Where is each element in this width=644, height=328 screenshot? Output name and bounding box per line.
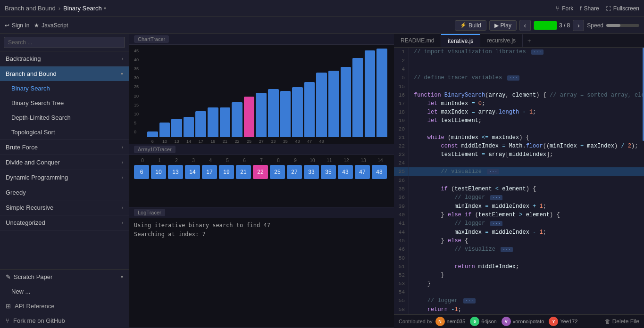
editor-footer: Contributed by Nnem035664jsonVvoronoipot… bbox=[394, 314, 644, 328]
sidebar-item-binary-search-tree[interactable]: Binary Search Tree bbox=[0, 96, 129, 110]
speed-label: Speed bbox=[587, 22, 603, 29]
breadcrumb: Branch and Bound › Binary Search ▾ bbox=[5, 5, 106, 12]
sidebar-item-topological-sort[interactable]: Topological Sort bbox=[0, 125, 129, 139]
array-cell-4: 17 bbox=[202, 165, 217, 179]
build-button[interactable]: ⚡ Build bbox=[455, 20, 486, 31]
chart-bar-6 bbox=[220, 107, 231, 137]
share-button[interactable]: f Share bbox=[580, 5, 599, 12]
contributor-64json: 664json bbox=[470, 317, 496, 326]
breadcrumb-separator: › bbox=[59, 5, 60, 12]
code-line-54: 54 bbox=[394, 288, 644, 296]
code-editor[interactable]: 1// import visualization libraries ···24… bbox=[394, 48, 644, 314]
code-line-39: 39 minIndex = middleIndex + 1; bbox=[394, 202, 644, 211]
code-line-40: 40 } else if (testElement > element) { bbox=[394, 211, 644, 219]
array-cell-2: 13 bbox=[168, 165, 183, 179]
javascript-badge[interactable]: ★ JavaScript bbox=[34, 22, 68, 29]
chart-bar-5 bbox=[208, 107, 218, 137]
api-icon: ⊞ bbox=[6, 303, 11, 310]
code-line-19: 19 let testElement; bbox=[394, 116, 644, 125]
search-input[interactable] bbox=[4, 37, 125, 48]
code-line-55: 55 // logger ··· bbox=[394, 296, 644, 305]
sidebar-item-scratch-paper[interactable]: ✎ Scratch Paper ▾ bbox=[0, 270, 129, 284]
code-line-59: 59} bbox=[394, 314, 644, 314]
chevron-right-icon-dp: › bbox=[122, 175, 123, 180]
chart-bar-3 bbox=[184, 117, 194, 137]
sidebar-item-binary-search[interactable]: Binary Search bbox=[0, 81, 129, 96]
progress-bar bbox=[534, 21, 557, 30]
chart-bar-18 bbox=[365, 50, 376, 137]
log-tracer-header: LogTracer bbox=[129, 207, 394, 218]
code-line-53: 53 } bbox=[394, 279, 644, 288]
sidebar-item-new[interactable]: New ... bbox=[0, 284, 129, 299]
chevron-right-icon-sr: › bbox=[122, 205, 123, 210]
sidebar-item-divide-and-conquer[interactable]: Divide and Conquer › bbox=[0, 155, 129, 170]
array-cell-6: 21 bbox=[236, 165, 251, 179]
prev-button[interactable]: ‹ bbox=[519, 20, 531, 31]
sidebar-item-api-reference[interactable]: ⊞ API Reference bbox=[0, 299, 129, 313]
array-tracer-panel: Array1DTracer 01234567891011121314 61013… bbox=[129, 144, 394, 207]
sidebar-item-depth-limited-search[interactable]: Depth-Limited Search bbox=[0, 110, 129, 125]
tab-readme[interactable]: README.md bbox=[394, 34, 441, 47]
play-button[interactable]: ▶ Play bbox=[489, 20, 517, 31]
add-tab-button[interactable]: + bbox=[523, 34, 536, 47]
code-line-50: 50 bbox=[394, 254, 644, 262]
sidebar-item-backtracking[interactable]: Backtracking › bbox=[0, 51, 129, 66]
github-icon: ⑂ bbox=[6, 317, 9, 324]
editor-wrapper: 1// import visualization libraries ···24… bbox=[394, 48, 644, 314]
tab-recursive[interactable]: recursive.js bbox=[480, 34, 523, 47]
tab-iterative[interactable]: iterative.js bbox=[441, 34, 480, 47]
sidebar-item-dynamic-programming[interactable]: Dynamic Programming › bbox=[0, 170, 129, 185]
sidebar-item-brute-force[interactable]: Brute Force › bbox=[0, 140, 129, 155]
sidebar-section-greedy: Greedy bbox=[0, 185, 129, 200]
code-line-1: 1// import visualization libraries ··· bbox=[394, 48, 644, 57]
fullscreen-icon: ⛶ bbox=[606, 6, 611, 11]
sidebar-item-uncategorized[interactable]: Uncategorized › bbox=[0, 215, 129, 230]
delete-file-button[interactable]: 🗑 Delete File bbox=[605, 318, 639, 325]
sidebar-item-branch-and-bound[interactable]: Branch and Bound ▾ bbox=[0, 66, 129, 81]
secondbar: ↩ Sign In ★ JavaScript ⚡ Build ▶ Play ‹ … bbox=[0, 17, 644, 34]
chevron-right-icon-uc: › bbox=[122, 220, 123, 225]
log-line-2: Searching at index: 7 bbox=[134, 230, 389, 239]
breadcrumb-chevron-icon: ▾ bbox=[104, 6, 106, 11]
sidebar-section-brute-force: Brute Force › bbox=[0, 140, 129, 155]
signin-button[interactable]: ↩ Sign In bbox=[5, 22, 29, 29]
chart-bar-10 bbox=[268, 89, 279, 137]
sidebar-item-fork-me[interactable]: ⑂ Fork me on GitHub bbox=[0, 313, 129, 328]
array-cell-11: 35 bbox=[321, 165, 336, 179]
speed-bar-fill bbox=[606, 24, 620, 27]
code-line-22: 22 const middleIndex = Math.floor((minIn… bbox=[394, 142, 644, 150]
code-line-52: 52 } bbox=[394, 271, 644, 279]
log-tracer-panel: LogTracer Using iterative binary search … bbox=[129, 207, 394, 328]
log-tracer-title: LogTracer bbox=[134, 209, 165, 216]
chevron-down-icon: ▾ bbox=[121, 71, 123, 76]
code-line-16: 16function BinarySearch(array, element) … bbox=[394, 91, 644, 99]
chart-bar-13 bbox=[304, 82, 315, 138]
array-tracer-header: Array1DTracer bbox=[129, 144, 394, 155]
fork-icon: ⑂ bbox=[556, 5, 560, 12]
contributor-nem035: Nnem035 bbox=[435, 317, 466, 326]
code-line-45: 45 } else { bbox=[394, 237, 644, 245]
code-line-23: 23 testElement = array[middleIndex]; bbox=[394, 150, 644, 159]
next-button[interactable]: › bbox=[573, 20, 584, 31]
breadcrumb-parent[interactable]: Branch and Bound bbox=[5, 5, 56, 12]
avatar-64json: 6 bbox=[470, 317, 479, 326]
chart-tracer-panel: ChartTracer 45 40 35 30 25 20 15 10 5 0 bbox=[129, 34, 394, 144]
speed-slider[interactable] bbox=[606, 24, 639, 27]
chart-bar-2 bbox=[171, 119, 182, 137]
chart-bar-15 bbox=[328, 71, 339, 137]
sidebar-item-simple-recursive[interactable]: Simple Recursive › bbox=[0, 200, 129, 215]
array-cell-9: 27 bbox=[287, 165, 302, 179]
fork-button[interactable]: ⑂ Fork bbox=[556, 5, 573, 12]
array-cell-13: 47 bbox=[355, 165, 370, 179]
chart-tracer-body: 45 40 35 30 25 20 15 10 5 0 6101 bbox=[129, 45, 394, 144]
fullscreen-button[interactable]: ⛶ Fullscreen bbox=[606, 5, 639, 12]
breadcrumb-current[interactable]: Binary Search ▾ bbox=[63, 5, 106, 12]
sidebar-search-container bbox=[0, 34, 129, 51]
array-cell-12: 43 bbox=[338, 165, 353, 179]
chevron-right-icon: › bbox=[122, 56, 123, 61]
sidebar: Backtracking › Branch and Bound ▾ Binary… bbox=[0, 34, 129, 328]
avatar-voronoipotato: V bbox=[502, 317, 511, 326]
chart-bar-11 bbox=[280, 91, 291, 137]
code-editor-panel: README.md iterative.js recursive.js + 1/… bbox=[394, 34, 644, 328]
sidebar-item-greedy[interactable]: Greedy bbox=[0, 185, 129, 200]
